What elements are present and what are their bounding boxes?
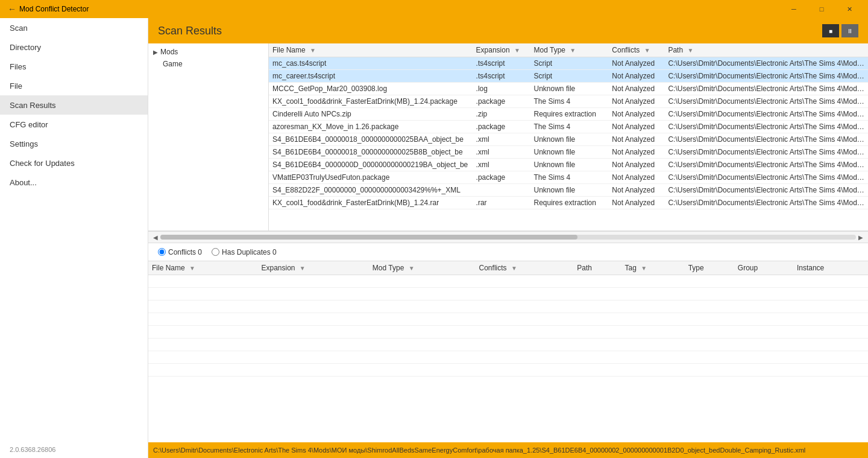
cell-conflicts: Not Analyzed xyxy=(608,146,664,159)
minimize-button[interactable]: ─ xyxy=(780,0,808,18)
cell-modtype: Requires extraction xyxy=(530,197,609,209)
sidebar: ScanDirectoryFilesFileScan ResultsCFG ed… xyxy=(0,18,148,458)
table-row[interactable]: mc_career.ts4script.ts4scriptScriptNot A… xyxy=(269,70,868,83)
upper-section: ▶ModsGame File Name ▼Expansion ▼Mod Type… xyxy=(148,43,868,231)
filter-icon: ▼ xyxy=(310,47,316,54)
cell-expansion: .xml xyxy=(473,146,530,159)
lower-col-filename[interactable]: File Name ▼ xyxy=(148,261,257,275)
table-row xyxy=(148,339,868,351)
upper-col-expansion[interactable]: Expansion ▼ xyxy=(473,43,530,57)
status-bar: C:\Users\Dmitr\Documents\Electronic Arts… xyxy=(148,442,868,458)
lower-col-instance[interactable]: Instance xyxy=(793,261,868,275)
cell-modtype: Unknown file xyxy=(530,159,609,171)
cell-expansion: .ts4script xyxy=(473,70,530,83)
table-row xyxy=(148,288,868,301)
pause-button[interactable]: ⏸ xyxy=(841,24,858,37)
cell-conflicts: Not Analyzed xyxy=(608,197,664,209)
back-button[interactable]: ← xyxy=(5,2,19,16)
stop-button[interactable]: ■ xyxy=(822,24,839,37)
table-row[interactable]: S4_B61DE6B4_00000018_0000000000025BAA_ob… xyxy=(269,133,868,146)
cell-conflicts: Not Analyzed xyxy=(608,70,664,83)
lower-table-container[interactable]: File Name ▼Expansion ▼Mod Type ▼Conflict… xyxy=(148,261,868,442)
cell-expansion: .rar xyxy=(473,197,530,209)
table-row[interactable]: S4_B61DE6B4_00000018_0000000000025B8B_ob… xyxy=(269,146,868,159)
cell-filename: S4_E882D22F_00000000_0000000000003429%%+… xyxy=(269,184,473,197)
lower-col-tag[interactable]: Tag ▼ xyxy=(621,261,685,275)
table-row[interactable]: KX_cool1_food&drink_FasterEatDrink(MB)_1… xyxy=(269,197,868,209)
sidebar-item-about[interactable]: About... xyxy=(0,173,148,192)
tree-panel: ▶ModsGame xyxy=(148,43,269,231)
upper-col-modtype[interactable]: Mod Type ▼ xyxy=(530,43,609,57)
lower-col-expansion[interactable]: Expansion ▼ xyxy=(257,261,368,275)
titlebar: ← Mod Conflict Detector ─ □ ✕ xyxy=(0,0,868,18)
cell-path: C:\Users\Dmitr\Documents\Electronic Arts… xyxy=(664,184,868,197)
sidebar-item-scan-results[interactable]: Scan Results xyxy=(0,95,148,115)
cell-path: C:\Users\Dmitr\Documents\Electronic Arts… xyxy=(664,171,868,184)
upper-table: File Name ▼Expansion ▼Mod Type ▼Conflict… xyxy=(269,43,868,209)
sidebar-item-settings[interactable]: Settings xyxy=(0,134,148,153)
upper-col-conflicts[interactable]: Conflicts ▼ xyxy=(608,43,664,57)
sidebar-item-directory[interactable]: Directory xyxy=(0,37,148,57)
main-layout: ScanDirectoryFilesFileScan ResultsCFG ed… xyxy=(0,18,868,458)
cell-path: C:\Users\Dmitr\Documents\Electronic Arts… xyxy=(664,83,868,95)
content-area: Scan Results ■ ⏸ ▶ModsGame File Name ▼Ex… xyxy=(148,18,868,458)
filter-icon: ▼ xyxy=(511,265,517,272)
conflicts-radio[interactable] xyxy=(158,248,166,256)
cell-modtype: Requires extraction xyxy=(530,108,609,121)
sidebar-item-cfg-editor[interactable]: CFG editor xyxy=(0,115,148,134)
conflicts-radio-label: Conflicts 0 xyxy=(168,248,202,256)
scroll-left-arrow[interactable]: ◀ xyxy=(151,232,160,242)
duplicates-radio[interactable] xyxy=(212,248,219,256)
cell-filename: Cinderelli Auto NPCs.zip xyxy=(269,108,473,121)
cell-path: C:\Users\Dmitr\Documents\Electronic Arts… xyxy=(664,57,868,70)
cell-expansion: .log xyxy=(473,83,530,95)
close-button[interactable]: ✕ xyxy=(835,0,863,18)
table-row[interactable]: MCCC_GetPop_Mar20_003908.log.logUnknown … xyxy=(269,83,868,95)
table-row xyxy=(148,275,868,288)
page-title: Scan Results xyxy=(158,25,222,37)
horizontal-scrollbar[interactable]: ◀ ▶ xyxy=(148,231,868,243)
cell-conflicts: Not Analyzed xyxy=(608,121,664,133)
scroll-right-arrow[interactable]: ▶ xyxy=(856,232,866,242)
lower-col-group[interactable]: Group xyxy=(734,261,793,275)
cell-path: C:\Users\Dmitr\Documents\Electronic Arts… xyxy=(664,159,868,171)
tree-arrow-icon: ▶ xyxy=(153,49,158,56)
duplicates-radio-group: Has Duplicates 0 xyxy=(212,248,277,256)
upper-col-filename[interactable]: File Name ▼ xyxy=(269,43,473,57)
table-row xyxy=(148,326,868,339)
upper-col-path[interactable]: Path ▼ xyxy=(664,43,868,57)
lower-col-type[interactable]: Type xyxy=(685,261,734,275)
filter-icon: ▼ xyxy=(409,265,415,272)
cell-modtype: Unknown file xyxy=(530,83,609,95)
upper-table-container[interactable]: File Name ▼Expansion ▼Mod Type ▼Conflict… xyxy=(269,43,868,231)
sidebar-item-scan[interactable]: Scan xyxy=(0,18,148,37)
table-row[interactable]: VMattEP03TrulyUsedFuton.package.packageT… xyxy=(269,171,868,184)
cell-conflicts: Not Analyzed xyxy=(608,133,664,146)
tree-item[interactable]: Game xyxy=(148,58,268,70)
sidebar-item-files[interactable]: Files xyxy=(0,57,148,76)
lower-col-modtype[interactable]: Mod Type ▼ xyxy=(369,261,476,275)
cell-expansion: .xml xyxy=(473,133,530,146)
cell-path: C:\Users\Dmitr\Documents\Electronic Arts… xyxy=(664,95,868,108)
table-row[interactable]: azoresman_KX_Move_in 1.26.package.packag… xyxy=(269,121,868,133)
table-row[interactable]: Cinderelli Auto NPCs.zip.zipRequires ext… xyxy=(269,108,868,121)
lower-col-conflicts[interactable]: Conflicts ▼ xyxy=(476,261,574,275)
cell-modtype: Script xyxy=(530,57,609,70)
table-row[interactable]: S4_B61DE6B4_0000000D_000000000000219BA_o… xyxy=(269,159,868,171)
sidebar-item-file[interactable]: File xyxy=(0,76,148,95)
table-row xyxy=(148,313,868,326)
scroll-track[interactable] xyxy=(160,235,856,240)
maximize-button[interactable]: □ xyxy=(808,0,835,18)
cell-modtype: Unknown file xyxy=(530,133,609,146)
content-header: Scan Results ■ ⏸ xyxy=(148,18,868,43)
filter-icon: ▼ xyxy=(514,47,520,54)
filter-row: Conflicts 0 Has Duplicates 0 xyxy=(148,243,868,261)
sidebar-item-check-updates[interactable]: Check for Updates xyxy=(0,153,148,173)
cell-filename: MCCC_GetPop_Mar20_003908.log xyxy=(269,83,473,95)
lower-col-path[interactable]: Path xyxy=(573,261,621,275)
table-row[interactable]: mc_cas.ts4script.ts4scriptScriptNot Anal… xyxy=(269,57,868,70)
table-row[interactable]: S4_E882D22F_00000000_0000000000003429%%+… xyxy=(269,184,868,197)
table-row[interactable]: KX_cool1_food&drink_FasterEatDrink(MB)_1… xyxy=(269,95,868,108)
cell-conflicts: Not Analyzed xyxy=(608,171,664,184)
tree-item[interactable]: ▶Mods xyxy=(148,46,268,58)
